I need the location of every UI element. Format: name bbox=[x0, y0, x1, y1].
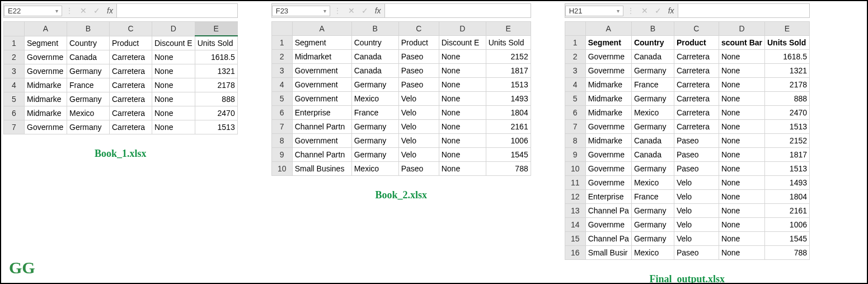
formula-input[interactable] bbox=[384, 4, 531, 17]
chevron-down-icon[interactable]: ▾ bbox=[323, 8, 326, 14]
cell[interactable]: 2161 bbox=[486, 120, 531, 134]
cell[interactable]: Carretera bbox=[674, 92, 719, 106]
formula-input[interactable] bbox=[116, 4, 237, 17]
cell[interactable]: Germany bbox=[351, 148, 398, 162]
cell[interactable]: None bbox=[152, 78, 195, 92]
row-header[interactable]: 6 bbox=[565, 106, 585, 120]
cell[interactable]: Government bbox=[292, 134, 351, 148]
row-header[interactable]: 13 bbox=[565, 204, 585, 218]
row-header[interactable]: 8 bbox=[565, 134, 585, 148]
cell[interactable]: None bbox=[719, 106, 764, 120]
cell[interactable]: Carretera bbox=[674, 120, 719, 134]
cell[interactable]: None bbox=[439, 78, 486, 92]
cell[interactable]: Germany bbox=[351, 120, 398, 134]
cell[interactable]: Canada bbox=[351, 50, 398, 64]
cell[interactable]: Carretera bbox=[110, 78, 152, 92]
cell[interactable]: Carretera bbox=[110, 50, 152, 64]
row-header[interactable]: 10 bbox=[271, 162, 292, 176]
cell[interactable]: Velo bbox=[398, 92, 439, 106]
cell[interactable]: Carretera bbox=[674, 78, 719, 92]
cell[interactable]: Germany bbox=[631, 162, 674, 176]
row-header[interactable]: 8 bbox=[271, 134, 292, 148]
cell[interactable]: Governme bbox=[585, 218, 631, 232]
select-all-corner[interactable] bbox=[565, 22, 585, 36]
cell[interactable]: Mexico bbox=[631, 106, 674, 120]
name-box[interactable]: H21▾ bbox=[565, 6, 623, 16]
cell[interactable]: 2178 bbox=[765, 78, 810, 92]
cell[interactable]: Velo bbox=[398, 120, 439, 134]
cell[interactable]: None bbox=[439, 106, 486, 120]
row-header[interactable]: 15 bbox=[565, 232, 585, 246]
check-icon[interactable]: ✓ bbox=[358, 6, 372, 15]
cell[interactable]: Paseo bbox=[674, 134, 719, 148]
select-all-corner[interactable] bbox=[271, 22, 292, 36]
column-header[interactable]: C bbox=[674, 22, 719, 36]
cell[interactable]: None bbox=[719, 134, 764, 148]
column-header[interactable]: E bbox=[195, 22, 237, 36]
cancel-icon[interactable]: ✕ bbox=[638, 6, 651, 15]
cell[interactable]: Governme bbox=[585, 120, 631, 134]
cell[interactable]: Mexico bbox=[351, 162, 398, 176]
cell[interactable]: Carretera bbox=[674, 106, 719, 120]
cell[interactable]: Velo bbox=[398, 134, 439, 148]
cell[interactable]: Germany bbox=[351, 134, 398, 148]
chevron-down-icon[interactable]: ▾ bbox=[55, 8, 58, 14]
cell[interactable]: None bbox=[719, 204, 764, 218]
cell[interactable]: Channel Pa bbox=[585, 204, 631, 218]
row-header[interactable]: 12 bbox=[565, 190, 585, 204]
cell[interactable]: None bbox=[719, 50, 764, 64]
cell[interactable]: Governme bbox=[585, 148, 631, 162]
cell[interactable]: 1618.5 bbox=[765, 50, 810, 64]
cell[interactable]: 1513 bbox=[765, 162, 810, 176]
cell[interactable]: Velo bbox=[674, 176, 719, 190]
name-box[interactable]: E22▾ bbox=[4, 6, 62, 16]
cell[interactable]: France bbox=[67, 78, 110, 92]
cell[interactable]: 1493 bbox=[765, 176, 810, 190]
select-all-corner[interactable] bbox=[4, 22, 25, 36]
cell[interactable]: Velo bbox=[674, 218, 719, 232]
cell[interactable]: Carretera bbox=[110, 106, 152, 120]
cell[interactable]: Germany bbox=[351, 78, 398, 92]
cell[interactable]: Governme bbox=[25, 64, 67, 78]
cell[interactable]: None bbox=[719, 176, 764, 190]
cell[interactable]: Mexico bbox=[631, 246, 674, 260]
cell[interactable]: Country bbox=[631, 36, 674, 50]
cell[interactable]: Velo bbox=[674, 232, 719, 246]
cell[interactable]: None bbox=[439, 134, 486, 148]
row-header[interactable]: 3 bbox=[271, 64, 292, 78]
cell[interactable]: France bbox=[351, 106, 398, 120]
cell[interactable]: Units Sold bbox=[486, 36, 531, 50]
cell[interactable]: Midmarket bbox=[292, 50, 351, 64]
cell[interactable]: 1006 bbox=[765, 218, 810, 232]
row-header[interactable]: 5 bbox=[4, 92, 25, 106]
cell[interactable]: None bbox=[439, 92, 486, 106]
cell[interactable]: Governme bbox=[585, 64, 631, 78]
column-header[interactable]: C bbox=[398, 22, 439, 36]
cell[interactable]: None bbox=[719, 78, 764, 92]
cell[interactable]: Midmarke bbox=[25, 106, 67, 120]
cell[interactable]: 888 bbox=[195, 92, 237, 106]
cell[interactable]: Governme bbox=[25, 120, 67, 134]
cell[interactable]: Paseo bbox=[398, 78, 439, 92]
fx-icon[interactable]: fx bbox=[104, 6, 116, 15]
cell[interactable]: Units Sold bbox=[195, 36, 237, 50]
chevron-down-icon[interactable]: ▾ bbox=[617, 8, 620, 14]
cell[interactable]: Governme bbox=[25, 50, 67, 64]
cell[interactable]: None bbox=[439, 120, 486, 134]
cell[interactable]: None bbox=[439, 162, 486, 176]
row-header[interactable]: 7 bbox=[271, 120, 292, 134]
cell[interactable]: Canada bbox=[631, 134, 674, 148]
row-header[interactable]: 7 bbox=[4, 120, 25, 134]
row-header[interactable]: 4 bbox=[4, 78, 25, 92]
column-header[interactable]: B bbox=[67, 22, 110, 36]
row-header[interactable]: 5 bbox=[565, 92, 585, 106]
column-header[interactable]: A bbox=[585, 22, 631, 36]
row-header[interactable]: 1 bbox=[565, 36, 585, 50]
row-header[interactable]: 3 bbox=[4, 64, 25, 78]
column-header[interactable]: A bbox=[292, 22, 351, 36]
cell[interactable]: Enterprise bbox=[585, 190, 631, 204]
cell[interactable]: scount Bar bbox=[719, 36, 764, 50]
spreadsheet-grid[interactable]: ABCDE1SegmentCountryProductDiscount EUni… bbox=[271, 21, 531, 176]
cell[interactable]: None bbox=[719, 162, 764, 176]
row-header[interactable]: 5 bbox=[271, 92, 292, 106]
